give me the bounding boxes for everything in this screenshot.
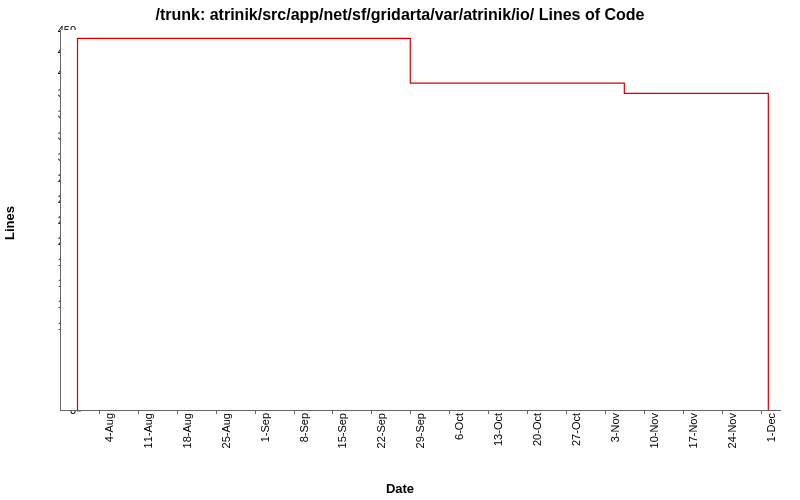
x-tick-label: 10-Nov [648, 413, 660, 448]
x-tick-label: 3-Nov [609, 413, 621, 442]
x-tick-label: 22-Sep [375, 413, 387, 448]
y-axis-label: Lines [2, 206, 17, 240]
x-tick-label: 4-Aug [103, 413, 115, 442]
x-tick-label: 29-Sep [414, 413, 426, 448]
x-tick-label: 25-Aug [220, 413, 232, 448]
chart-title: /trunk: atrinik/src/app/net/sf/gridarta/… [0, 6, 800, 24]
series-svg [60, 30, 780, 410]
x-tick-label: 6-Oct [453, 413, 465, 440]
x-tick-label: 20-Oct [531, 413, 543, 446]
x-tick-label: 15-Sep [336, 413, 348, 448]
x-tick-label: 11-Aug [142, 413, 154, 448]
x-tick-label: 1-Sep [259, 413, 271, 442]
x-axis-label: Date [0, 481, 800, 496]
x-tick-label: 27-Oct [570, 413, 582, 446]
x-tick-label: 24-Nov [726, 413, 738, 448]
x-tick-label: 8-Sep [298, 413, 310, 442]
x-tick-label: 13-Oct [492, 413, 504, 446]
x-tick-label: 1-Dec [765, 413, 777, 442]
chart-container: /trunk: atrinik/src/app/net/sf/gridarta/… [0, 0, 800, 500]
series-line [78, 38, 769, 410]
x-tick-label: 17-Nov [687, 413, 699, 448]
x-tick-label: 18-Aug [181, 413, 193, 448]
